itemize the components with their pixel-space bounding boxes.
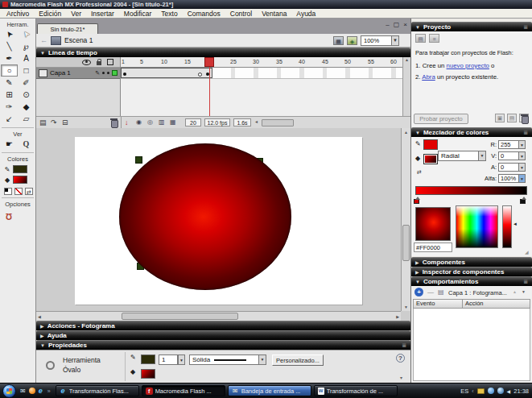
- action-column-header[interactable]: Acción: [463, 299, 530, 309]
- brightness-slider[interactable]: [502, 205, 512, 248]
- stroke-color-swatch[interactable]: [13, 165, 27, 173]
- components-panel-header[interactable]: ▶ Componentes: [411, 257, 532, 267]
- panel-options-icon[interactable]: ≣: [523, 130, 528, 136]
- snap-magnet-icon[interactable]: Ω: [6, 212, 12, 221]
- color-field-input[interactable]: 0: [498, 151, 519, 160]
- eyedropper-tool[interactable]: ↙: [1, 113, 18, 125]
- taskbar-window-button[interactable]: Transformación de ...: [314, 385, 398, 396]
- menu-item[interactable]: Insertar: [86, 10, 119, 18]
- pen-tool[interactable]: ✒: [1, 52, 18, 64]
- panel-options-icon[interactable]: ≣: [402, 342, 406, 349]
- menu-item[interactable]: Ayuda: [291, 10, 320, 18]
- scene-name[interactable]: Escena 1: [64, 36, 93, 44]
- layer-lock-dot[interactable]: [107, 72, 109, 74]
- mail-icon[interactable]: ✉: [20, 388, 26, 395]
- eraser-tool[interactable]: ▱: [18, 113, 35, 125]
- modify-markers-icon[interactable]: ▦: [170, 118, 176, 126]
- elapsed-time-field[interactable]: 1.6s: [233, 118, 251, 126]
- new-project-link[interactable]: nuevo proyecto: [447, 62, 489, 69]
- rectangle-tool[interactable]: □: [18, 64, 35, 77]
- clock[interactable]: 21:38: [513, 388, 529, 395]
- edit-symbol-icon[interactable]: ◈: [347, 36, 357, 45]
- timeline-panel-header[interactable]: ▼ Línea de tiempo: [36, 48, 410, 57]
- color-field-stepper[interactable]: ▼: [519, 151, 526, 160]
- show-hide-icon[interactable]: [82, 60, 91, 65]
- edit-scene-icon[interactable]: ▦: [333, 36, 344, 45]
- layer-row[interactable]: Capa 1 ✎: [36, 68, 120, 79]
- menu-item[interactable]: Control: [225, 10, 257, 18]
- tray-network-icon[interactable]: [488, 388, 494, 394]
- scroll-left-icon[interactable]: ◂: [255, 118, 258, 124]
- panel-collapse-icon[interactable]: ▾: [400, 375, 402, 380]
- title-bar[interactable]: Macromedia Flash MX Professional 2004 - …: [0, 0, 532, 9]
- minimize-icon[interactable]: –: [386, 22, 389, 28]
- move-down-icon[interactable]: ▼: [522, 289, 526, 294]
- color-mixer-panel-header[interactable]: ▼ Mezclador de colores ≣: [411, 127, 532, 137]
- color-field-input[interactable]: 255: [498, 140, 519, 149]
- actions-panel-header[interactable]: ▶ Acciones - Fotograma: [36, 321, 410, 330]
- chevron-down-icon[interactable]: ▼: [391, 36, 398, 45]
- behaviors-panel-header[interactable]: ▼ Comportamientos ≣: [411, 276, 532, 286]
- motion-guide-icon[interactable]: ↷: [51, 118, 57, 126]
- chevron-down-icon[interactable]: ▼: [258, 355, 266, 364]
- scroll-up-icon[interactable]: ▲: [404, 130, 408, 135]
- onion-skin-icon[interactable]: ◉: [136, 118, 142, 126]
- scroll-left-icon[interactable]: ◀: [38, 314, 41, 319]
- playhead[interactable]: [204, 57, 214, 67]
- custom-stroke-button[interactable]: Personalizado...: [272, 354, 324, 366]
- browser-icon[interactable]: [29, 388, 35, 394]
- text-tool[interactable]: A: [18, 52, 35, 64]
- timeline-scrollbar[interactable]: ▲: [402, 57, 410, 116]
- fill-transform-tool[interactable]: ⊙: [18, 89, 35, 101]
- paint-bucket-tool[interactable]: ◆: [18, 101, 35, 113]
- start-button[interactable]: [2, 384, 16, 398]
- timeline-scroll-thumb[interactable]: [262, 119, 294, 126]
- event-column-header[interactable]: Evento: [413, 299, 463, 309]
- open-project-link[interactable]: Abra: [422, 73, 435, 81]
- onion-outlines-icon[interactable]: ◎: [147, 118, 153, 126]
- zoom-tool[interactable]: Q: [18, 138, 35, 150]
- hex-color-input[interactable]: #FF0000: [414, 243, 452, 252]
- quick-launch-overflow-icon[interactable]: »: [47, 388, 51, 394]
- fill-color-swatch[interactable]: [141, 369, 155, 379]
- no-color-button[interactable]: [14, 188, 23, 195]
- free-transform-tool[interactable]: ⊞: [1, 89, 18, 101]
- color-field-input[interactable]: 100%: [498, 174, 519, 183]
- stroke-height-input[interactable]: 1: [159, 354, 178, 365]
- move-up-icon[interactable]: ▲: [513, 289, 517, 294]
- current-frame-field[interactable]: 20: [185, 118, 201, 126]
- tray-expand-icon[interactable]: ‹: [472, 388, 473, 394]
- component-inspector-panel-header[interactable]: ▶ Inspector de componentes: [411, 267, 532, 276]
- delete-icon[interactable]: [519, 114, 529, 122]
- behaviors-table-body[interactable]: [413, 309, 530, 381]
- new-file-icon[interactable]: ▤: [507, 114, 517, 122]
- horizontal-scroll-thumb[interactable]: [122, 313, 238, 320]
- document-tab[interactable]: Sin título-21*: [37, 23, 98, 34]
- timeline-frames[interactable]: 1510152530354045505560: [121, 57, 402, 116]
- insert-folder-icon[interactable]: ⊟: [62, 118, 68, 126]
- restore-icon[interactable]: ▢: [394, 22, 400, 28]
- menu-item[interactable]: Modificar: [119, 10, 156, 18]
- remove-behavior-button[interactable]: —: [427, 288, 434, 296]
- panel-options-icon[interactable]: ≣: [523, 24, 528, 31]
- color-spectrum-picker[interactable]: [456, 205, 498, 248]
- pencil-tool[interactable]: ✎: [1, 77, 18, 89]
- color-field-input[interactable]: 0: [498, 163, 519, 172]
- menu-item[interactable]: Archivo: [2, 10, 34, 18]
- delete-layer-icon[interactable]: [111, 120, 118, 128]
- taskbar-window-button[interactable]: Bandeja de entrada ...: [228, 385, 311, 396]
- help-panel-header[interactable]: ▶ Ayuda: [36, 330, 410, 340]
- panel-resize-grip[interactable]: ◢: [525, 249, 529, 255]
- default-colors-button[interactable]: [4, 188, 12, 195]
- frame-rate-field[interactable]: 12.0 fps: [204, 118, 230, 126]
- internet-explorer-icon[interactable]: e: [39, 387, 43, 395]
- add-behavior-button[interactable]: +: [414, 288, 423, 296]
- taskbar-window-button[interactable]: Macromedia Flash ...: [142, 385, 225, 396]
- stroke-style-select[interactable]: Sólida ▼: [189, 354, 266, 365]
- edit-multiple-frames-icon[interactable]: ▥: [159, 118, 165, 126]
- layer-outline-color[interactable]: [112, 70, 118, 76]
- red-gradient-oval[interactable]: [119, 143, 291, 290]
- gradient-stop-left[interactable]: [414, 199, 419, 204]
- gradient-stop-right[interactable]: [520, 199, 526, 204]
- slider-marker-icon[interactable]: ◄: [513, 222, 518, 226]
